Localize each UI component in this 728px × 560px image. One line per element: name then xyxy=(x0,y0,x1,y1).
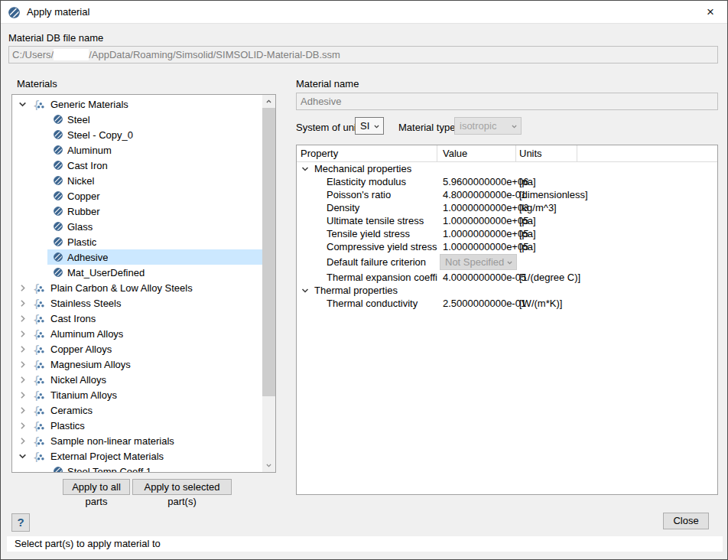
apply-to-selected-parts-button[interactable]: Apply to selected part(s) xyxy=(132,479,232,495)
property-value[interactable]: 5.9600000000e+06 xyxy=(437,176,516,187)
property-units: [W/(m*K)] xyxy=(516,298,717,309)
failure-criterion-select: Not Specified xyxy=(440,254,517,270)
chevron-down-icon xyxy=(301,286,310,295)
property-units: [1/(degree C)] xyxy=(516,272,717,283)
property-value[interactable]: 4.0000000000e-05 xyxy=(437,272,516,283)
section-row-thermal-properties[interactable]: Thermal properties xyxy=(297,284,717,297)
material-db-path-field: C:/Users//AppData/Roaming/Simsolid/SIMSO… xyxy=(8,46,718,63)
property-name: Thermal expansion coefficient xyxy=(297,272,437,283)
tree-item-copper-alloys[interactable]: Copper Alloys xyxy=(12,341,262,357)
tree-item-magnesium-alloys[interactable]: Magnesium Alloys xyxy=(12,357,262,372)
tree-item-label: External Project Materials xyxy=(50,451,164,462)
tree-item-aluminum-alloys[interactable]: Aluminum Alloys xyxy=(12,326,262,341)
tree-item-label: Copper xyxy=(67,190,100,202)
column-header-units[interactable]: Units xyxy=(516,145,577,162)
tree-item-cast-iron[interactable]: Cast Iron xyxy=(47,158,262,173)
path-prefix: C:/Users/ xyxy=(12,49,54,60)
property-name: Thermal conductivity xyxy=(297,298,437,309)
property-value[interactable]: 1.0000000000e+05 xyxy=(437,228,516,239)
material-type-selected-value: isotropic xyxy=(460,120,496,132)
units-selected-value: SI xyxy=(360,120,369,132)
tree-item-copper[interactable]: Copper xyxy=(47,188,262,203)
tree-item-label: Steel xyxy=(67,114,90,125)
chevron-right-icon xyxy=(18,436,28,446)
tree-item-external-project-materials[interactable]: External Project Materials xyxy=(12,448,262,464)
tree-item-label: Plastic xyxy=(67,236,96,248)
tree-item-label: Generic Materials xyxy=(50,99,128,110)
window-close-icon[interactable]: × xyxy=(698,2,723,22)
property-value[interactable]: 1.0000000000e+03 xyxy=(437,202,516,213)
tree-item-sample-non-linear-materials[interactable]: Sample non-linear materials xyxy=(12,433,262,448)
material-icon xyxy=(54,130,63,139)
material-icon xyxy=(54,191,63,200)
chevron-down-icon xyxy=(301,164,310,174)
chevron-right-icon xyxy=(18,283,28,293)
property-row-elasticity-modulus: Elasticity modulus5.9600000000e+06[pa] xyxy=(297,175,717,188)
tree-item-label: Sample non-linear materials xyxy=(50,435,174,447)
tree-scrollbar[interactable] xyxy=(262,95,275,472)
property-value[interactable]: 1.0000000000e+05 xyxy=(437,241,516,252)
tree-item-steel[interactable]: Steel xyxy=(47,112,262,127)
system-of-units-select[interactable]: SI xyxy=(355,117,384,135)
scrollbar-thumb[interactable] xyxy=(262,108,275,396)
tree-item-label: Stainless Steels xyxy=(50,298,122,309)
column-header-property[interactable]: Property xyxy=(297,145,437,162)
material-icon xyxy=(54,268,63,277)
tree-item-plastics[interactable]: Plastics xyxy=(12,418,262,433)
column-header-value[interactable]: Value xyxy=(437,145,516,162)
scroll-up-icon[interactable] xyxy=(262,95,275,108)
property-name: Poisson's ratio xyxy=(297,189,437,200)
apply-to-all-parts-button[interactable]: Apply to all parts xyxy=(63,479,130,495)
tree-item-label: Mat_UserDefined xyxy=(67,267,145,278)
tree-item-mat-userdefined[interactable]: Mat_UserDefined xyxy=(47,265,262,280)
property-value[interactable]: 2.5000000000e-01 xyxy=(437,298,516,309)
tree-item-label: Aluminum Alloys xyxy=(50,328,123,340)
tree-item-aluminum[interactable]: Aluminum xyxy=(47,142,262,158)
scroll-down-icon[interactable] xyxy=(262,459,275,472)
close-button[interactable]: Close xyxy=(663,513,709,529)
tree-item-nickel-alloys[interactable]: Nickel Alloys xyxy=(12,372,262,387)
material-group-icon xyxy=(32,405,45,416)
property-value[interactable]: 4.8000000000e-01 xyxy=(437,189,516,200)
tree-item-label: Steel Temp Coeff 1 xyxy=(67,466,151,474)
chevron-right-icon xyxy=(18,344,28,354)
material-app-icon xyxy=(8,7,20,18)
help-button[interactable]: ? xyxy=(11,513,30,532)
tree-item-glass[interactable]: Glass xyxy=(47,219,262,234)
tree-item-plain-carbon-low-alloy-steels[interactable]: Plain Carbon & Low Alloy Steels xyxy=(12,280,262,295)
tree-item-label: Magnesium Alloys xyxy=(50,359,131,370)
material-name-field: Adhesive xyxy=(296,93,718,110)
property-row-tensile-yield-stress: Tensile yield stress1.0000000000e+05[pa] xyxy=(297,227,717,240)
property-units: [pa] xyxy=(516,215,717,226)
apply-material-dialog: Apply material × Material DB file name C… xyxy=(0,0,728,560)
chevron-right-icon xyxy=(18,360,28,370)
chevron-down-icon xyxy=(18,99,28,109)
tree-item-adhesive[interactable]: Adhesive xyxy=(47,249,262,265)
property-name: Default failure criterion xyxy=(297,256,437,268)
property-name: Density xyxy=(297,202,437,213)
tree-item-titanium-alloys[interactable]: Titanium Alloys xyxy=(12,387,262,402)
tree-item-nickel[interactable]: Nickel xyxy=(47,173,262,188)
tree-item-label: Glass xyxy=(67,221,93,233)
material-group-icon xyxy=(32,343,45,355)
tree-item-steel-temp-coeff-1[interactable]: Steel Temp Coeff 1 xyxy=(47,464,262,473)
tree-item-ceramics[interactable]: Ceramics xyxy=(12,402,262,418)
property-row-compressive-yield-stress: Compressive yield stress1.0000000000e+05… xyxy=(297,240,717,253)
material-group-icon xyxy=(32,359,45,370)
section-row-mechanical-properties[interactable]: Mechanical properties xyxy=(297,162,717,175)
status-bar: Select part(s) to apply material to xyxy=(7,536,723,552)
chevron-down-icon xyxy=(373,123,380,130)
tree-item-rubber[interactable]: Rubber xyxy=(47,203,262,219)
system-of-units-label: System of units xyxy=(296,122,364,133)
material-db-label: Material DB file name xyxy=(8,32,103,44)
tree-item-steel-copy-0[interactable]: Steel - Copy_0 xyxy=(47,127,262,142)
tree-item-generic-materials[interactable]: Generic Materials xyxy=(12,96,262,112)
property-units: [dimensionless] xyxy=(516,189,717,200)
property-value[interactable]: 1.0000000000e+05 xyxy=(437,215,516,226)
chevron-down-icon xyxy=(18,451,28,461)
tree-item-stainless-steels[interactable]: Stainless Steels xyxy=(12,295,262,311)
section-label: Thermal properties xyxy=(314,285,398,296)
material-type-select: isotropic xyxy=(454,117,522,135)
tree-item-plastic[interactable]: Plastic xyxy=(47,234,262,249)
tree-item-cast-irons[interactable]: Cast Irons xyxy=(12,311,262,326)
